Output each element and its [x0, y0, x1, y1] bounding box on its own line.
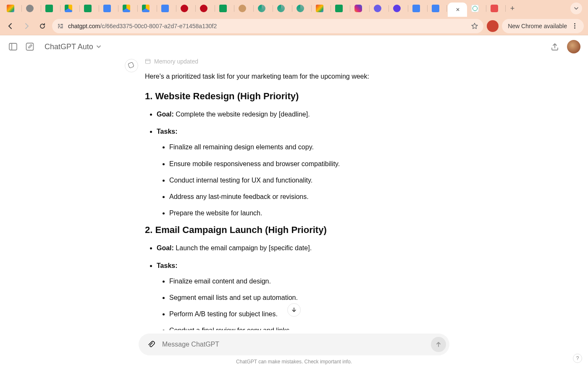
tab-purple-2[interactable]	[390, 2, 408, 15]
tab-docs-3[interactable]	[409, 2, 428, 15]
composer	[139, 334, 449, 355]
circle-icon	[277, 5, 285, 12]
tabs-dropdown-button[interactable]	[570, 3, 582, 14]
section-heading-1: 1. Website Redesign (High Priority)	[145, 91, 443, 102]
pinterest-icon	[200, 5, 207, 12]
list-item: Tasks: Finalize email content and design…	[157, 260, 443, 331]
site-settings-icon[interactable]	[57, 23, 64, 29]
tab-active-chatgpt[interactable]: ✕	[448, 3, 467, 17]
section-1-tasks: Finalize all remaining design elements a…	[169, 141, 443, 219]
tab-docs-2[interactable]	[158, 2, 176, 15]
chrome-update-button[interactable]: New Chrome available	[502, 19, 584, 33]
docs-icon	[161, 5, 169, 12]
sheets-icon	[335, 5, 343, 12]
tab-sheets-3[interactable]	[216, 2, 234, 15]
url-text: chatgpt.com/c/66ed3375-00c0-8007-a2d7-e7…	[68, 23, 217, 29]
kebab-icon	[571, 23, 578, 29]
browser-profile-avatar[interactable]	[487, 20, 499, 32]
svg-rect-9	[146, 59, 150, 64]
address-bar[interactable]: chatgpt.com/c/66ed3375-00c0-8007-a2d7-e7…	[52, 19, 483, 33]
gmail-icon	[316, 5, 323, 12]
tab-drive-3[interactable]	[139, 2, 157, 15]
section-1-list: Goal: Complete the website redesign by […	[157, 109, 443, 219]
attach-button[interactable]	[145, 339, 157, 350]
list-item: Conduct internal testing for UX and func…	[169, 175, 443, 186]
svg-rect-3	[61, 26, 63, 26]
disclaimer-text: ChatGPT can make mistakes. Check importa…	[0, 359, 588, 365]
help-button[interactable]: ?	[573, 354, 582, 363]
list-item: Goal: Launch the email campaign by [spec…	[157, 242, 443, 254]
tab-chatgpt-2[interactable]	[468, 2, 486, 15]
tab-gmail-2[interactable]	[312, 2, 331, 15]
forward-button[interactable]	[20, 20, 33, 32]
tab-docs-4[interactable]	[428, 2, 447, 15]
tab-c2[interactable]	[274, 2, 292, 15]
model-switcher[interactable]: ChatGPT Auto	[41, 41, 105, 53]
list-item: Goal: Complete the website redesign by […	[157, 109, 443, 120]
globe-icon	[26, 5, 34, 12]
drive-icon	[65, 5, 72, 12]
svg-rect-2	[58, 26, 60, 26]
instagram-icon	[354, 5, 362, 12]
chevron-down-icon	[96, 44, 102, 50]
back-button[interactable]	[4, 20, 17, 32]
sheets-icon	[219, 5, 227, 12]
section-2-tasks: Finalize email content and design. Segme…	[169, 275, 443, 330]
tab-avatar[interactable]	[235, 2, 254, 15]
pinterest-icon	[181, 5, 188, 12]
tab-globe[interactable]	[23, 2, 41, 15]
svg-rect-4	[58, 27, 59, 28]
reload-button[interactable]	[36, 20, 49, 32]
tab-drive[interactable]	[61, 2, 80, 15]
sheets-icon	[45, 5, 53, 12]
section-heading-2: 2. Email Campaign Launch (High Priority)	[145, 225, 443, 236]
list-item: Finalize email content and design.	[169, 275, 443, 287]
bookmark-star-icon[interactable]	[471, 22, 478, 30]
section-2-list: Goal: Launch the email campaign by [spec…	[157, 242, 443, 330]
svg-rect-5	[60, 27, 63, 28]
tab-sheets-4[interactable]	[332, 2, 350, 15]
tab-instagram[interactable]	[351, 2, 370, 15]
send-button[interactable]	[431, 337, 446, 352]
model-label: ChatGPT Auto	[45, 42, 93, 51]
app-icon	[393, 5, 401, 12]
share-button[interactable]	[549, 41, 560, 52]
svg-rect-6	[9, 43, 17, 50]
list-item: Segment email lists and set up automatio…	[169, 292, 443, 303]
tab-c1[interactable]	[255, 2, 273, 15]
list-item: Address any last-minute feedback or revi…	[169, 191, 443, 202]
tab-purple[interactable]	[370, 2, 389, 15]
tab-gmail[interactable]	[3, 2, 22, 15]
list-item: Tasks: Finalize all remaining design ele…	[157, 126, 443, 219]
tab-docs[interactable]	[100, 2, 118, 15]
toggle-sidebar-button[interactable]	[8, 41, 18, 52]
docs-icon	[103, 5, 111, 12]
close-icon[interactable]: ✕	[456, 7, 460, 13]
browser-tab-strip: ✕ +	[0, 0, 588, 17]
list-item: Conduct a final review for copy and link…	[169, 325, 443, 330]
docs-icon	[412, 5, 420, 12]
tab-t[interactable]	[487, 2, 506, 15]
tab-sheets-2[interactable]	[81, 2, 99, 15]
user-avatar[interactable]	[567, 40, 580, 53]
circle-icon	[258, 5, 265, 12]
new-chat-button[interactable]	[24, 41, 35, 52]
tab-pinterest-2[interactable]	[197, 2, 215, 15]
tab-pinterest[interactable]	[177, 2, 196, 15]
assistant-message: Memory updated Here's a prioritized task…	[145, 58, 443, 330]
svg-rect-0	[58, 24, 60, 25]
composer-input[interactable]	[162, 341, 426, 348]
tab-drive-2[interactable]	[119, 2, 138, 15]
new-tab-button[interactable]: +	[507, 3, 518, 14]
app-header: ChatGPT Auto	[0, 35, 588, 58]
memory-updated-badge[interactable]: Memory updated	[145, 58, 443, 65]
chrome-update-label: New Chrome available	[508, 23, 567, 29]
scroll-to-bottom-button[interactable]	[287, 303, 301, 317]
conversation-area: Memory updated Here's a prioritized task…	[0, 58, 588, 330]
docs-icon	[432, 5, 439, 12]
drive-icon	[123, 5, 130, 12]
circle-icon	[297, 5, 304, 12]
list-item: Finalize all remaining design elements a…	[169, 141, 443, 153]
tab-sheets[interactable]	[42, 2, 60, 15]
tab-c3[interactable]	[293, 2, 312, 15]
